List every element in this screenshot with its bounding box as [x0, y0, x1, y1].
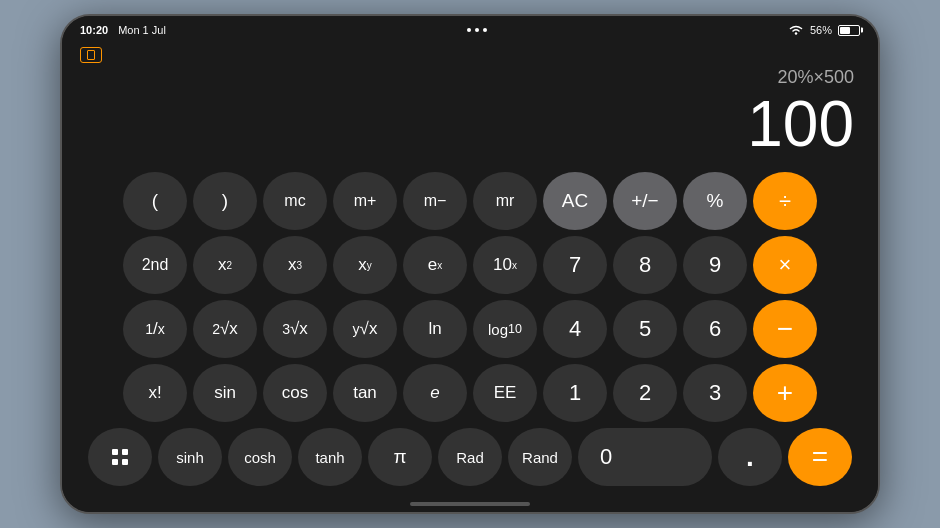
btn-open-paren[interactable]: ( [123, 172, 187, 230]
btn-8[interactable]: 8 [613, 236, 677, 294]
btn-percent[interactable]: % [683, 172, 747, 230]
btn-2-sqrt-x[interactable]: 2√x [193, 300, 257, 358]
btn-x-y[interactable]: xy [333, 236, 397, 294]
btn-cosh[interactable]: cosh [228, 428, 292, 486]
svg-rect-1 [122, 449, 128, 455]
battery-icon [838, 25, 860, 36]
status-right: 56% [788, 24, 860, 36]
multitasking-icon[interactable] [80, 47, 102, 63]
multitasking-inner [87, 50, 95, 60]
btn-e-x[interactable]: ex [403, 236, 467, 294]
btn-mc[interactable]: mc [263, 172, 327, 230]
button-row-4: x! sin cos tan e EE 1 2 3 + [74, 364, 866, 422]
btn-log10[interactable]: log10 [473, 300, 537, 358]
btn-ln[interactable]: ln [403, 300, 467, 358]
dot2 [475, 28, 479, 32]
svg-rect-2 [112, 459, 118, 465]
btn-x-squared[interactable]: x2 [193, 236, 257, 294]
calculator-grid-icon [110, 447, 130, 467]
btn-grid[interactable] [88, 428, 152, 486]
button-row-5: sinh cosh tanh π Rad Rand 0 . = [74, 428, 866, 486]
result: 100 [747, 92, 854, 156]
btn-7[interactable]: 7 [543, 236, 607, 294]
buttons-area: ( ) mc m+ m− mr AC +/− % ÷ 2nd x2 x3 xy … [62, 166, 878, 496]
dot1 [467, 28, 471, 32]
btn-sinh[interactable]: sinh [158, 428, 222, 486]
btn-1-over-x[interactable]: 1/x [123, 300, 187, 358]
calculator-body: 20%×500 100 ( ) mc m+ m− mr AC +/− % ÷ 2… [62, 66, 878, 496]
btn-6[interactable]: 6 [683, 300, 747, 358]
btn-2nd[interactable]: 2nd [123, 236, 187, 294]
button-row-2: 2nd x2 x3 xy ex 10x 7 8 9 × [74, 236, 866, 294]
battery-percent: 56% [810, 24, 832, 36]
home-bar [410, 502, 530, 506]
btn-tanh[interactable]: tanh [298, 428, 362, 486]
btn-2[interactable]: 2 [613, 364, 677, 422]
btn-pi[interactable]: π [368, 428, 432, 486]
btn-y-sqrt-x[interactable]: y√x [333, 300, 397, 358]
ipad-frame: 10:20 Mon 1 Jul 56% [60, 14, 880, 514]
wifi-icon [788, 24, 804, 36]
btn-ac[interactable]: AC [543, 172, 607, 230]
display-area: 20%×500 100 [62, 66, 878, 166]
btn-multiply[interactable]: × [753, 236, 817, 294]
btn-m-minus[interactable]: m− [403, 172, 467, 230]
btn-x-cubed[interactable]: x3 [263, 236, 327, 294]
btn-decimal[interactable]: . [718, 428, 782, 486]
btn-3[interactable]: 3 [683, 364, 747, 422]
status-left: 10:20 Mon 1 Jul [80, 24, 166, 36]
status-center [467, 28, 487, 32]
btn-m-plus[interactable]: m+ [333, 172, 397, 230]
btn-rad[interactable]: Rad [438, 428, 502, 486]
btn-e[interactable]: e [403, 364, 467, 422]
button-row-1: ( ) mc m+ m− mr AC +/− % ÷ [74, 172, 866, 230]
home-indicator [62, 496, 878, 512]
status-bar: 10:20 Mon 1 Jul 56% [62, 16, 878, 44]
btn-sin[interactable]: sin [193, 364, 257, 422]
status-date: Mon 1 Jul [118, 24, 166, 36]
btn-5[interactable]: 5 [613, 300, 677, 358]
button-row-3: 1/x 2√x 3√x y√x ln log10 4 5 6 − [74, 300, 866, 358]
btn-cos[interactable]: cos [263, 364, 327, 422]
dot3 [483, 28, 487, 32]
btn-4[interactable]: 4 [543, 300, 607, 358]
toolbar-bar [62, 44, 878, 66]
btn-3-sqrt-x[interactable]: 3√x [263, 300, 327, 358]
btn-10-x[interactable]: 10x [473, 236, 537, 294]
status-time: 10:20 [80, 24, 108, 36]
svg-rect-3 [122, 459, 128, 465]
btn-equals[interactable]: = [788, 428, 852, 486]
btn-1[interactable]: 1 [543, 364, 607, 422]
btn-rand[interactable]: Rand [508, 428, 572, 486]
btn-divide[interactable]: ÷ [753, 172, 817, 230]
expression: 20%×500 [777, 67, 854, 88]
btn-plus-minus[interactable]: +/− [613, 172, 677, 230]
btn-x-factorial[interactable]: x! [123, 364, 187, 422]
btn-mr[interactable]: mr [473, 172, 537, 230]
btn-add[interactable]: + [753, 364, 817, 422]
btn-tan[interactable]: tan [333, 364, 397, 422]
btn-ee[interactable]: EE [473, 364, 537, 422]
btn-9[interactable]: 9 [683, 236, 747, 294]
svg-rect-0 [112, 449, 118, 455]
btn-close-paren[interactable]: ) [193, 172, 257, 230]
btn-0[interactable]: 0 [578, 428, 712, 486]
btn-subtract[interactable]: − [753, 300, 817, 358]
battery-fill [840, 27, 850, 34]
